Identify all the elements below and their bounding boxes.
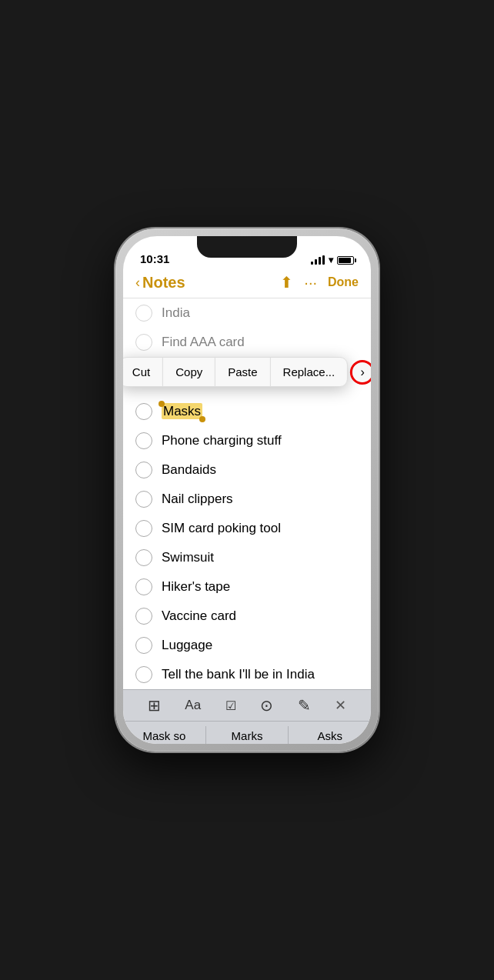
checkbox[interactable] (135, 432, 152, 449)
list-item: Phone charging stuff (123, 426, 371, 455)
note-text[interactable]: Vaccine card (162, 608, 236, 624)
paste-button[interactable]: Paste (215, 358, 270, 386)
copy-button[interactable]: Copy (163, 358, 215, 386)
back-label: Notes (142, 274, 185, 292)
keyboard-toolbar: ⊞ Aa ☑ ⊙ ✎ ✕ (123, 689, 371, 721)
phone-frame: 10:31 ▾ ‹ Notes ⬆ (115, 228, 379, 752)
autocomplete-item-0[interactable]: Mask so (123, 726, 206, 744)
checkbox[interactable] (135, 462, 152, 478)
phone-screen: 10:31 ▾ ‹ Notes ⬆ (123, 236, 371, 744)
notes-list: Cut Copy Paste Replace... › India Find A… (123, 298, 371, 689)
list-item: Hiker's tape (123, 572, 371, 602)
chevron-left-icon: ‹ (135, 275, 140, 291)
selection-handle-end (199, 416, 205, 422)
checkbox[interactable] (135, 491, 152, 508)
back-button[interactable]: ‹ Notes (135, 274, 185, 292)
checkbox[interactable] (135, 520, 152, 537)
list-item: Nail clippers (123, 485, 371, 514)
list-item: Bandaids (123, 455, 371, 485)
note-text[interactable]: Swimsuit (162, 550, 214, 565)
more-icon[interactable]: ··· (304, 274, 317, 292)
list-item: Find AAA card (123, 328, 371, 357)
checkbox[interactable] (135, 608, 152, 625)
close-keyboard-icon[interactable]: ✕ (335, 697, 346, 714)
battery-icon (337, 256, 354, 265)
context-menu-panel: Cut Copy Paste Replace... (123, 357, 348, 387)
context-menu: Cut Copy Paste Replace... › (123, 357, 371, 387)
list-item-masks: Masks (123, 397, 371, 426)
table-icon[interactable]: ⊞ (148, 696, 161, 715)
format-text-icon[interactable]: Aa (185, 698, 201, 713)
note-text[interactable]: Hiker's tape (162, 579, 230, 595)
list-item: India (123, 298, 371, 328)
wifi-icon: ▾ (329, 255, 333, 265)
checkbox[interactable] (135, 305, 152, 322)
note-text[interactable]: Nail clippers (162, 492, 233, 507)
share-icon[interactable]: ⬆ (280, 273, 293, 292)
signal-icon (311, 255, 325, 265)
list-item: SIM card poking tool (123, 514, 371, 543)
more-arrow-button[interactable]: › (350, 360, 371, 385)
list-item: Swimsuit (123, 543, 371, 572)
autocomplete-item-2[interactable]: Asks (289, 726, 371, 744)
autocomplete-bar: Mask so Marks Asks (123, 721, 371, 744)
status-time: 10:31 (140, 252, 169, 265)
note-text[interactable]: Tell the bank I'll be in India (162, 667, 315, 682)
nav-bar: ‹ Notes ⬆ ··· Done (123, 270, 371, 298)
checkbox[interactable] (135, 549, 152, 566)
pen-icon[interactable]: ✎ (298, 696, 311, 715)
selection-handle-start (159, 401, 165, 407)
autocomplete-item-1[interactable]: Marks (206, 726, 289, 744)
list-item: Vaccine card (123, 602, 371, 631)
checkbox[interactable] (135, 334, 152, 351)
checkbox[interactable] (135, 403, 152, 420)
note-text[interactable]: Bandaids (162, 462, 216, 478)
note-text[interactable]: Find AAA card (162, 335, 245, 350)
note-text[interactable]: Luggage (162, 638, 212, 653)
done-button[interactable]: Done (328, 275, 359, 289)
checkbox[interactable] (135, 637, 152, 654)
list-item: Luggage (123, 631, 371, 660)
note-text[interactable]: SIM card poking tool (162, 521, 281, 536)
note-text[interactable]: Phone charging stuff (162, 433, 282, 448)
nav-actions: ⬆ ··· Done (280, 273, 359, 292)
note-text[interactable]: India (162, 305, 190, 321)
checklist-icon[interactable]: ☑ (225, 698, 236, 713)
note-text-masks[interactable]: Masks (162, 403, 202, 419)
status-icons: ▾ (311, 255, 354, 265)
notch (197, 236, 297, 258)
checkbox[interactable] (135, 578, 152, 595)
list-item: Tell the bank I'll be in India (123, 660, 371, 689)
camera-icon[interactable]: ⊙ (260, 696, 273, 715)
cut-button[interactable]: Cut (123, 358, 163, 386)
replace-button[interactable]: Replace... (271, 358, 348, 386)
checkbox[interactable] (135, 666, 152, 683)
